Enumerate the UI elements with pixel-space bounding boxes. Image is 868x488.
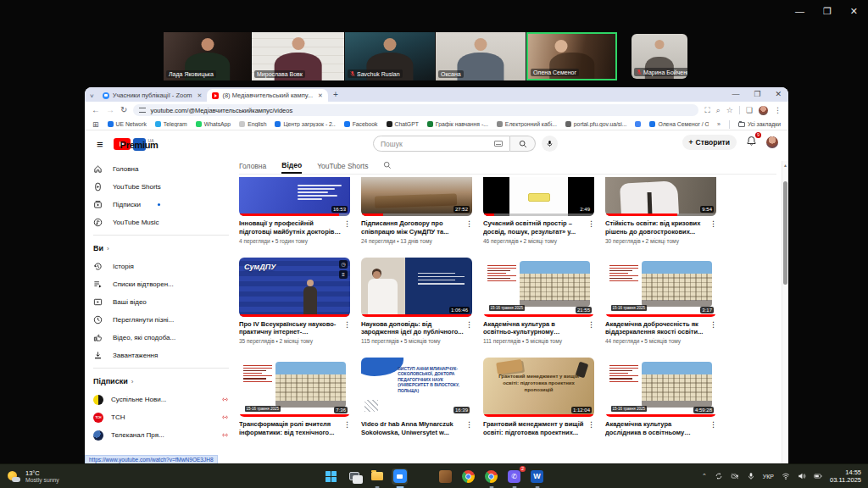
bookmark-item[interactable]: Електронний кабі... <box>497 121 557 127</box>
bookmark-item[interactable]: UE Network <box>108 121 147 127</box>
add-to-queue-icon[interactable]: ≡ <box>339 270 348 279</box>
sidebar-item-yourvid[interactable]: Ваші відео <box>93 293 229 311</box>
youtube-profile-avatar[interactable] <box>766 136 778 148</box>
browser-profile-avatar[interactable] <box>759 106 768 115</box>
search-button[interactable] <box>510 136 536 152</box>
sidebar-item-subs[interactable]: Підписки <box>93 196 229 214</box>
video-thumbnail[interactable]: 9:54 <box>605 177 716 216</box>
edge-button[interactable] <box>415 469 431 485</box>
language-indicator[interactable]: УКР <box>763 474 774 480</box>
video-title[interactable]: Підписання Договору про співпрацю між Су… <box>361 219 472 236</box>
scrollbar-thumb[interactable] <box>783 181 787 285</box>
bookmark-item[interactable]: WhatsApp <box>196 121 231 127</box>
video-menu-kebab-icon[interactable]: ⋮ <box>343 219 351 228</box>
camera-off-icon[interactable] <box>731 472 739 480</box>
sidebar-subscription-channel[interactable]: Суспільне Нови... <box>93 391 229 408</box>
watch-later-icon[interactable]: ◷ <box>339 260 348 269</box>
create-button[interactable]: + Створити <box>682 135 737 150</box>
tab-search-icon[interactable]: ˅ <box>90 92 94 100</box>
page-scrollbar[interactable]: ▲ <box>782 161 788 463</box>
forward-icon[interactable]: → <box>106 105 114 115</box>
hidden-icons-chevron[interactable]: ⌃ <box>702 473 707 480</box>
bookmark-item[interactable]: Графік навчання -... <box>427 121 488 127</box>
video-title[interactable]: Video dr hab Anna Młynarczuk Sokołowska,… <box>361 420 472 437</box>
tab-close-icon[interactable]: ✕ <box>318 92 323 99</box>
sidebar-item-history[interactable]: Історія <box>93 258 229 275</box>
hamburger-menu-icon[interactable]: ≡ <box>97 138 103 151</box>
video-menu-kebab-icon[interactable]: ⋮ <box>465 420 473 429</box>
youtube-premium-logo[interactable]: Premium UA <box>114 138 154 151</box>
back-icon[interactable]: ← <box>92 105 100 115</box>
taskbar-clock[interactable]: 14:55 03.11.2025 <box>830 469 861 484</box>
channel-search-icon[interactable] <box>383 161 392 171</box>
address-bar[interactable]: youtube.com/@Медіавчительськийкампус/vid… <box>133 104 698 116</box>
sidebar-item-shorts[interactable]: YouTube Shorts <box>93 178 229 196</box>
keyboard-icon[interactable] <box>494 141 503 147</box>
chrome-button[interactable] <box>460 469 476 485</box>
restore-icon[interactable]: ❐ <box>754 89 760 99</box>
video-thumbnail[interactable]: 2:49 <box>483 177 594 216</box>
bookmark-item[interactable]: ChatGPT <box>387 121 419 127</box>
mic-tray-icon[interactable] <box>747 472 755 480</box>
channel-tab-youtube-shorts[interactable]: YouTube Shorts <box>317 158 368 174</box>
zoom-app-button[interactable] <box>392 469 408 485</box>
channel-tab-головна[interactable]: Головна <box>239 158 266 174</box>
sidebar-item-playlist[interactable]: Списки відтворен... <box>93 275 229 293</box>
bookmark-item[interactable]: portal.pfu.gov.ua/si... <box>565 121 627 127</box>
viber-button[interactable]: ✆2 <box>506 469 522 485</box>
maximize-icon[interactable]: ❐ <box>823 5 832 17</box>
video-title[interactable]: Академічна культура в освітньо-культурно… <box>483 320 594 337</box>
sidebar-section-subscriptions[interactable]: Підписки› <box>93 372 229 391</box>
video-title[interactable]: Стійкість освіти: від кризових рішень до… <box>605 219 716 236</box>
minimize-icon[interactable]: — <box>795 5 804 17</box>
video-menu-kebab-icon[interactable]: ⋮ <box>709 219 717 228</box>
video-menu-kebab-icon[interactable]: ⋮ <box>587 219 595 228</box>
participant-tile[interactable]: Savchuk Ruslan <box>345 32 435 80</box>
start-button[interactable] <box>323 469 339 485</box>
participant-tile[interactable]: Лада Яковицька <box>164 32 251 80</box>
lens-search-icon[interactable]: ⌕ <box>716 105 721 115</box>
sidebar-section-you[interactable]: Ви› <box>93 239 229 258</box>
video-title[interactable]: Інновації у професійній підготовці майбу… <box>239 219 350 236</box>
bookmarks-overflow-icon[interactable]: » <box>717 121 721 127</box>
task-view-button[interactable] <box>346 469 362 485</box>
bookmark-item[interactable]: English <box>239 121 266 127</box>
file-explorer-button[interactable] <box>369 469 385 485</box>
bookmark-item[interactable]: Центр загрузок - 2.. <box>275 121 335 127</box>
voice-search-button[interactable] <box>542 136 558 152</box>
video-menu-kebab-icon[interactable]: ⋮ <box>343 420 351 429</box>
menu-kebab-icon[interactable]: ⋮ <box>774 105 782 115</box>
video-title[interactable]: Про IV Всеукраїнську науково-практичну і… <box>239 320 350 337</box>
apps-grid-icon[interactable]: ⊞ <box>92 119 99 130</box>
sync-icon[interactable] <box>715 472 723 480</box>
video-thumbnail[interactable]: 16:53 <box>239 177 350 216</box>
video-menu-kebab-icon[interactable]: ⋮ <box>465 320 473 329</box>
wifi-icon[interactable] <box>782 472 790 480</box>
video-menu-kebab-icon[interactable]: ⋮ <box>587 320 595 329</box>
video-title[interactable]: Наукова доповідь: від зародження ідеї до… <box>361 320 472 337</box>
sidebar-subscription-channel[interactable]: Телеканал Пря... <box>93 426 229 444</box>
video-thumbnail[interactable]: 1:06:46 <box>361 258 472 317</box>
participant-tile[interactable]: Олена Семеног <box>526 32 617 80</box>
bookmark-star-icon[interactable]: ☆ <box>726 105 733 115</box>
video-thumbnail[interactable]: 15-16 травня 202521:55 <box>483 258 594 317</box>
video-thumbnail[interactable]: СумДПУ◷≡ <box>239 258 350 317</box>
word-button[interactable]: W <box>529 469 545 485</box>
site-info-icon[interactable] <box>139 108 146 113</box>
reload-icon[interactable]: ↻ <box>120 105 127 115</box>
side-panel-icon[interactable]: ❏ <box>746 105 753 115</box>
video-menu-kebab-icon[interactable]: ⋮ <box>709 420 717 429</box>
video-title[interactable]: Академічна доброчесність як віддзеркален… <box>605 320 716 337</box>
participant-tile[interactable]: Мирослава Вовк <box>252 32 344 80</box>
video-title[interactable]: Сучасний освітній простір – досвід, пошу… <box>483 219 594 236</box>
video-menu-kebab-icon[interactable]: ⋮ <box>709 320 717 329</box>
battery-icon[interactable] <box>814 472 822 480</box>
volume-icon[interactable] <box>798 472 806 480</box>
video-title[interactable]: Грантовий менеджмент у вищій освіті: під… <box>483 420 594 437</box>
sidebar-item-download[interactable]: Завантаження <box>93 347 229 364</box>
sidebar-item-music[interactable]: YouTube Music <box>93 214 229 231</box>
video-title[interactable]: Академічна культура дослідника в освітнь… <box>605 420 716 437</box>
video-thumbnail[interactable]: 15-16 травня 20257:36 <box>239 358 350 417</box>
sidebar-item-like[interactable]: Відео, які сподоба... <box>93 329 229 347</box>
search-input[interactable]: Пошук <box>373 136 510 152</box>
